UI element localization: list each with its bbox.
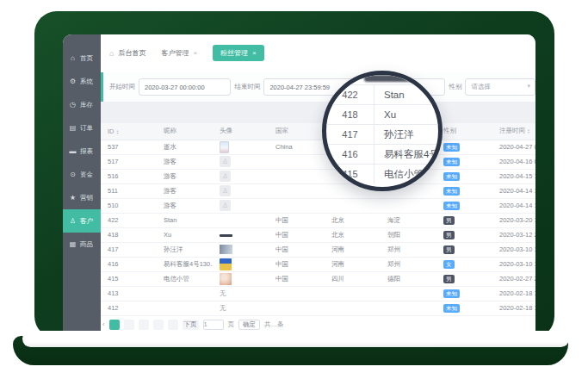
sidebar-item-label: 营销: [80, 194, 93, 202]
cell-reg-time: 2020-03-10 17:0: [492, 257, 535, 271]
cell-nickname: 电信小管: [157, 271, 213, 286]
cell-avatar: [213, 271, 269, 286]
cell-country: 中国: [269, 227, 325, 242]
cell-id: 418: [101, 227, 157, 242]
cell-nickname: 游客: [157, 169, 213, 183]
cell-avatar: [213, 154, 269, 169]
cell-reg-time: 2020-04-15 12:2: [492, 169, 535, 183]
gender-badge: 男: [443, 231, 455, 239]
close-icon[interactable]: ×: [193, 49, 197, 57]
tab-fans-management[interactable]: 粉丝管理 ×: [213, 45, 264, 61]
cell-id: 412: [101, 301, 157, 315]
cell-gender: 未知: [436, 169, 492, 183]
sidebar-item[interactable]: ⌂ 首页: [63, 47, 101, 70]
cell-nickname: 逝水: [157, 140, 213, 154]
cell-reg-time: 2020-02-18 17:2: [492, 301, 535, 315]
avatar: [220, 156, 231, 167]
cell-country: 中国: [269, 213, 325, 227]
sidebar-item[interactable]: ▦ 商品: [63, 233, 101, 256]
cell-avatar: 无: [213, 286, 269, 301]
sidebar-item[interactable]: ▬ 报表: [63, 140, 101, 163]
cell-gender: 女: [436, 257, 492, 271]
avatar: [220, 245, 232, 254]
filter-bar: 开始时间 2020-03-27 00:00:00 结束时间 2020-04-27…: [101, 72, 535, 102]
cell-reg-time: 2020-03-10 17:0: [492, 242, 535, 257]
cell-avatar: [213, 198, 269, 213]
cell-nickname: 游客: [157, 154, 213, 169]
cell-id: 511: [101, 183, 157, 198]
cell-gender: 男: [436, 213, 492, 227]
gender-select[interactable]: 请选择 ▾: [465, 78, 535, 96]
table-row: 417 孙汪洋 中国 河南 郑州 男 2020-03-10 17:0: [101, 242, 535, 257]
avatar: [220, 200, 231, 211]
gender-badge: 男: [443, 275, 455, 283]
avatar: 无: [220, 304, 226, 313]
close-icon[interactable]: ×: [252, 49, 257, 57]
cell-province: 四川: [325, 271, 381, 286]
cell-reg-time: 2020-04-14 18:5: [492, 183, 535, 198]
sidebar-item[interactable]: ⚙ 系统: [63, 70, 101, 93]
table-row: 416 易科客服4号130... 中国 河南 郑州 女 2020-03-10 1…: [101, 257, 535, 271]
tab-backend-home[interactable]: ⌂ 后台首页: [109, 48, 145, 58]
avatar: [220, 258, 232, 270]
cell-avatar: [213, 169, 269, 183]
page-button[interactable]: [153, 320, 164, 330]
gender-badge: 未知: [443, 202, 460, 210]
page-button[interactable]: [109, 320, 120, 330]
cell-gender: 未知: [436, 286, 492, 301]
cell-city: 朝阳: [381, 227, 436, 242]
home-icon: ⌂: [69, 54, 77, 62]
goto-page-input[interactable]: 1: [203, 320, 224, 330]
magnified-id: 416: [326, 145, 374, 164]
cell-gender: 男: [436, 227, 492, 242]
next-page-button[interactable]: 下页: [183, 320, 199, 330]
cell-country: China: [269, 140, 325, 154]
sidebar-item[interactable]: ◷ 库存: [63, 93, 101, 116]
gender-badge: 未知: [443, 143, 460, 152]
cell-province: 河南: [325, 242, 381, 257]
list-icon: ▤: [69, 124, 77, 132]
main-content: ⌂ 后台首页 客户管理 × 粉丝管理 × 开始时间 2020-03-27 00:…: [101, 34, 535, 345]
table-header-cell: 性别: [436, 123, 492, 140]
cell-country: [269, 183, 325, 198]
sidebar-item[interactable]: ★ 营销: [63, 186, 101, 209]
cell-province: [325, 198, 381, 213]
gender-badge: 未知: [443, 304, 460, 313]
cell-gender: 男: [436, 242, 492, 257]
cell-avatar: [213, 213, 269, 227]
cell-country: [269, 154, 325, 169]
start-time-input[interactable]: 2020-03-27 00:00:00: [139, 78, 231, 96]
cell-nickname: 易科客服4号130...: [157, 257, 213, 271]
sidebar-item-label: 订单: [80, 124, 93, 133]
page-button[interactable]: [139, 320, 149, 330]
table-header-cell: 头像: [213, 123, 269, 140]
table-row: 422 Stan 中国 北京 海淀 男 2020-03-20 10:5: [101, 213, 535, 227]
table-header-row: ID▴▾ 昵称 头像 国家 省份 城市: [101, 123, 535, 140]
magnified-nickname: 孙汪洋: [374, 128, 414, 141]
cell-nickname: 游客: [157, 183, 213, 198]
sidebar-item-label: 商品: [80, 240, 93, 249]
sidebar-item-label: 报表: [80, 147, 93, 156]
table-row: 415 电信小管 中国 四川 德阳 男 2020-02-27 22:5: [101, 271, 535, 286]
tab-bar: ⌂ 后台首页 客户管理 × 粉丝管理 ×: [101, 34, 535, 69]
gender-badge: 男: [443, 216, 455, 225]
laptop-mockup: ⌂ 首页 ⚙ 系统 ◷ 库存 ▤ 订单 ▬ 报表 ⊙ 资金: [0, 0, 588, 379]
table-header-cell: 国家: [269, 123, 325, 140]
sidebar-item[interactable]: ♙ 客户: [63, 209, 101, 233]
cell-city: [381, 198, 436, 213]
cell-gender: 未知: [436, 140, 492, 154]
cell-avatar: [213, 140, 269, 154]
avatar: [220, 171, 231, 182]
page-button[interactable]: [124, 320, 134, 330]
prev-page-button[interactable]: ‹: [102, 320, 105, 328]
table-header-cell[interactable]: ID▴▾: [101, 123, 157, 140]
confirm-button[interactable]: 确定: [238, 320, 260, 330]
clock-icon: ◷: [69, 101, 77, 109]
sidebar-item[interactable]: ▤ 订单: [63, 116, 101, 140]
page-button[interactable]: [168, 320, 178, 330]
cell-province: 北京: [325, 213, 381, 227]
tab-customer-management[interactable]: 客户管理 ×: [161, 48, 197, 58]
table-header-cell[interactable]: 注册时间▴▾: [492, 123, 535, 140]
cell-id: 413: [101, 286, 157, 301]
sidebar-item[interactable]: ⊙ 资金: [63, 163, 101, 186]
